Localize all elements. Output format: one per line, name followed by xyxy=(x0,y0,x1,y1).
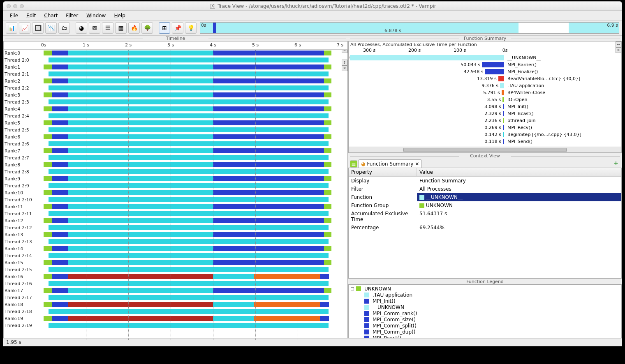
fs-row[interactable]: 13.319 sReadVariableBlo…r.tcc} {30,0}] xyxy=(349,75,621,82)
timeline-row[interactable]: Rank:13 xyxy=(4,231,347,238)
fs-row[interactable]: 0.118 sMPI_Send() xyxy=(349,138,621,145)
tb-chart5-icon[interactable]: 🗂 xyxy=(58,22,70,34)
timeline-row[interactable]: Thread 2:8 xyxy=(4,168,347,175)
legend-item[interactable]: MPI_Comm_size() xyxy=(350,316,620,323)
legend-item[interactable]: .TAU application xyxy=(350,292,620,298)
timeline-row[interactable]: Rank:17 xyxy=(4,287,347,294)
timeline-row[interactable]: Thread 2:10 xyxy=(4,196,347,203)
fs-rows[interactable]: 347.026 s__UNKNOWN__50.043 sMPI_Barrier(… xyxy=(349,54,621,147)
timeline-body[interactable]: Rank:0Thread 2:0Rank:1Thread 2:1Rank:2Th… xyxy=(4,50,347,340)
tb-pin-icon[interactable]: 📌 xyxy=(172,22,183,34)
tb-pie-icon[interactable]: ◕ xyxy=(76,22,87,34)
timeline-row[interactable]: Thread 2:19 xyxy=(4,322,347,329)
tb-bulb-icon[interactable]: 💡 xyxy=(185,22,197,34)
fs-row[interactable]: 50.043 sMPI_Barrier() xyxy=(349,61,621,68)
fs-row[interactable]: 9.376 s.TAU application xyxy=(349,82,621,89)
timeline-row[interactable]: Rank:8 xyxy=(4,161,347,168)
timeline-row[interactable]: Rank:5 xyxy=(4,120,347,127)
timeline-row[interactable]: Rank:12 xyxy=(4,217,347,224)
timeline-row[interactable]: Thread 2:13 xyxy=(4,238,347,245)
fs-row[interactable]: 0.269 sMPI_Recv() xyxy=(349,124,621,131)
fs-row[interactable]: 42.948 sMPI_Finalize() xyxy=(349,68,621,75)
menubar[interactable]: File Edit Chart Filter Window Help xyxy=(3,11,622,21)
timeline-row[interactable]: Rank:3 xyxy=(4,92,347,99)
timeline-row[interactable]: Rank:7 xyxy=(4,147,347,154)
function-summary-pane[interactable]: ↔✕ All Processes, Accumulated Exclusive … xyxy=(348,41,622,153)
timeline-row[interactable]: Rank:2 xyxy=(4,78,347,85)
legend-item[interactable]: MPI_Comm_dup() xyxy=(350,329,620,335)
timeline-row[interactable]: Thread 2:12 xyxy=(4,224,347,231)
timeline-row[interactable]: Rank:11 xyxy=(4,203,347,210)
menu-window[interactable]: Window xyxy=(82,12,110,20)
ctx-tab-close-icon[interactable]: ✕ xyxy=(415,161,419,167)
menu-filter[interactable]: Filter xyxy=(62,12,82,20)
timeline-row[interactable]: Rank:4 xyxy=(4,106,347,113)
menu-edit[interactable]: Edit xyxy=(22,12,40,20)
legend-item[interactable]: __UNKNOWN__ xyxy=(350,304,620,310)
legend-pane[interactable]: ⊟UNKNOWN.TAU applicationMPI_Init()__UNKN… xyxy=(348,284,622,346)
timeline-row[interactable]: Thread 2:2 xyxy=(4,85,347,92)
timeline-row[interactable]: Thread 2:16 xyxy=(4,280,347,287)
fs-row[interactable]: 3.55 sIO::Open xyxy=(349,96,621,103)
max-dot[interactable] xyxy=(20,4,24,8)
timeline-row[interactable]: Rank:1 xyxy=(4,64,347,71)
tb-grid-icon[interactable]: ▦ xyxy=(115,22,127,34)
timeline-row[interactable]: Thread 2:9 xyxy=(4,182,347,189)
menu-help[interactable]: Help xyxy=(110,12,129,20)
fs-hscroll[interactable] xyxy=(349,147,621,152)
property-row[interactable]: DisplayFunction Summary xyxy=(349,177,621,185)
tb-chart1-icon[interactable]: 📊 xyxy=(6,22,17,34)
fs-row[interactable]: 2.329 sMPI_Bcast() xyxy=(349,110,621,117)
timeline-row[interactable]: Thread 2:14 xyxy=(4,252,347,259)
property-row[interactable]: FilterAll Processes xyxy=(349,185,621,193)
property-row[interactable]: Function GroupUNKNOWN xyxy=(349,201,621,210)
fs-expand-icon[interactable]: ↔ xyxy=(616,41,621,47)
tb-bars-icon[interactable]: ☰ xyxy=(102,22,113,34)
legend-item[interactable]: MPI_Comm_split() xyxy=(350,323,620,329)
timeline-row[interactable]: Thread 2:18 xyxy=(4,308,347,315)
timeline-row[interactable]: Thread 2:4 xyxy=(4,113,347,120)
timeline-row[interactable]: Rank:19 xyxy=(4,315,347,322)
tb-chart2-icon[interactable]: 📈 xyxy=(19,22,30,34)
fs-row[interactable]: 347.026 s__UNKNOWN__ xyxy=(349,54,621,61)
timeline-row[interactable]: Rank:16 xyxy=(4,273,347,280)
fs-row[interactable]: 0.142 sBeginStep [{/ho…r.cpp} {43,0}] xyxy=(349,131,621,138)
min-dot[interactable] xyxy=(13,4,17,8)
fs-row[interactable]: 5.791 sBP4Writer::Close xyxy=(349,89,621,96)
prop-col-key[interactable]: Property xyxy=(349,168,417,176)
ctx-add-tab-icon[interactable]: ＋ xyxy=(613,159,619,168)
property-row[interactable]: Function__UNKNOWN__ xyxy=(349,193,621,201)
tb-chart4-icon[interactable]: 📉 xyxy=(45,22,57,34)
tb-flame-icon[interactable]: 🔥 xyxy=(128,22,140,34)
property-row[interactable]: Percentage69.2544% xyxy=(349,223,621,232)
fs-row[interactable]: 2.236 spthread_join xyxy=(349,117,621,124)
tb-tree-icon[interactable]: 🌳 xyxy=(141,22,153,34)
timeline-row[interactable]: Thread 2:11 xyxy=(4,210,347,217)
timeline-row[interactable]: Rank:9 xyxy=(4,175,347,182)
timeline-row[interactable]: Rank:14 xyxy=(4,245,347,252)
timeline-row[interactable]: Rank:6 xyxy=(4,134,347,141)
timeline-row[interactable]: Thread 2:3 xyxy=(4,99,347,106)
tb-chart3-icon[interactable]: 🔲 xyxy=(32,22,44,34)
tb-mail-icon[interactable]: ✉ xyxy=(89,22,100,34)
overview-strip[interactable]: 0s 6.878 s 6.9 s xyxy=(200,22,619,34)
timeline-row[interactable]: Rank:10 xyxy=(4,189,347,196)
timeline-row[interactable]: Thread 2:15 xyxy=(4,266,347,273)
timeline-row[interactable]: Thread 2:7 xyxy=(4,154,347,161)
property-row[interactable]: Accumulated Exclusive Time51.64317 s xyxy=(349,210,621,223)
ctx-tab[interactable]: ◕ Function Summary ✕ xyxy=(358,159,422,168)
tb-layout-icon[interactable]: ⊞ xyxy=(159,22,170,34)
timeline-row[interactable]: Rank:15 xyxy=(4,259,347,266)
prop-col-val[interactable]: Value xyxy=(417,168,621,176)
legend-item[interactable]: MPI_Comm_rank() xyxy=(350,310,620,316)
menu-chart[interactable]: Chart xyxy=(40,12,62,20)
timeline-row[interactable]: Thread 2:1 xyxy=(4,71,347,78)
window-controls[interactable] xyxy=(7,4,24,8)
timeline-row[interactable]: Thread 2:0 xyxy=(4,57,347,64)
legend-item[interactable]: MPI_Init() xyxy=(350,298,620,304)
timeline-row[interactable]: Rank:18 xyxy=(4,301,347,308)
timeline-pane[interactable]: ↔ ✕ ↕ ✕ 0s1 s2 s3 s4 s5 s6 s7 s Rank:0Th… xyxy=(3,41,348,346)
timeline-row[interactable]: Thread 2:17 xyxy=(4,294,347,301)
close-dot[interactable] xyxy=(7,4,11,8)
timeline-row[interactable]: Thread 2:5 xyxy=(4,127,347,134)
